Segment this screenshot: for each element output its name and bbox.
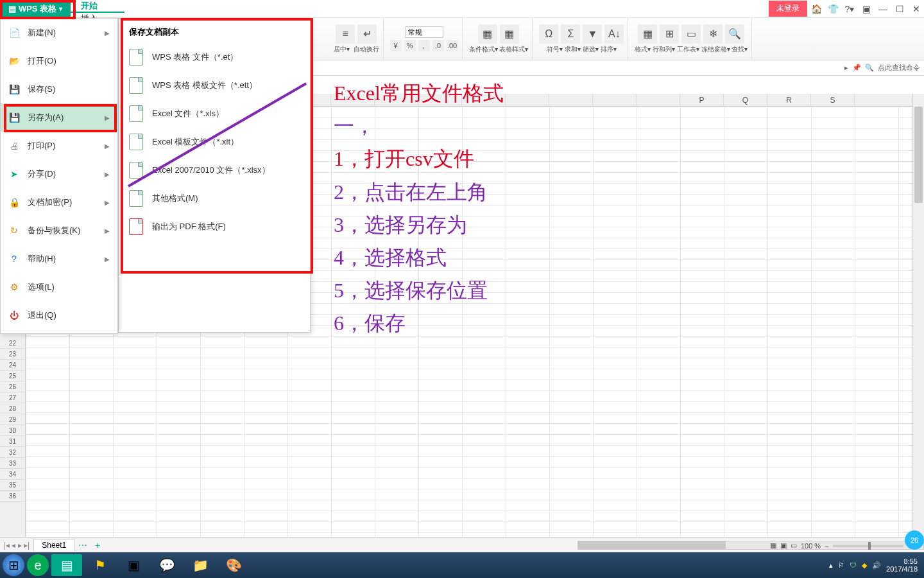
rowcol-icon[interactable]: ⊞	[660, 24, 679, 44]
row-header[interactable]: 32	[0, 447, 25, 458]
table-style-icon[interactable]: ▦	[500, 24, 519, 44]
col-header[interactable]: Q	[724, 94, 767, 106]
row-header[interactable]: 28	[0, 403, 25, 414]
minimize-icon[interactable]: —	[875, 1, 891, 17]
tab-开始[interactable]: 开始	[71, 0, 124, 13]
row-header[interactable]: 34	[0, 469, 25, 480]
zoom-out-button[interactable]: −	[825, 542, 828, 550]
scrollbar-thumb[interactable]	[914, 107, 923, 203]
col-header[interactable]	[506, 94, 549, 106]
pin-icon[interactable]: 📌	[852, 64, 861, 72]
clock-date[interactable]: 2017/4/18	[886, 565, 918, 573]
view-page-icon[interactable]: ▣	[780, 541, 787, 550]
app-menu-button[interactable]: ▤ WPS 表格 ▾	[0, 0, 71, 17]
clock-time[interactable]: 8:55	[886, 557, 918, 565]
freeze-icon[interactable]: ❄	[703, 24, 723, 44]
row-header[interactable]: 35	[0, 480, 25, 491]
file-menu-item[interactable]: 💾另存为(A)▶	[1, 103, 117, 132]
file-menu-item[interactable]: ➤分享(D)▶	[1, 160, 117, 188]
saveas-format-item[interactable]: 其他格式(M)	[119, 184, 310, 213]
sort-icon[interactable]: A↓	[604, 24, 624, 44]
view-custom-icon[interactable]: ▭	[791, 541, 797, 550]
row-header[interactable]: 27	[0, 392, 25, 403]
file-menu-item[interactable]: ⚙选项(L)	[1, 273, 117, 301]
percent-icon[interactable]: %	[404, 40, 416, 51]
taskbar-browser-icon[interactable]: e	[27, 554, 49, 576]
vertical-scrollbar[interactable]	[912, 94, 924, 537]
file-menu-item[interactable]: 🖨打印(P)▶	[1, 132, 117, 160]
find-command-input[interactable]: 点此查找命令	[878, 63, 920, 73]
taskbar-wechat-icon[interactable]: 💬	[151, 554, 182, 576]
row-header[interactable]: 25	[0, 371, 25, 381]
maximize-icon[interactable]: ☐	[892, 1, 907, 17]
row-header[interactable]: 23	[0, 349, 25, 360]
file-menu-item[interactable]: ⏻退出(Q)	[1, 301, 117, 329]
saveas-format-item[interactable]: 输出为 PDF 格式(F)	[119, 213, 310, 241]
row-header[interactable]: 24	[0, 360, 25, 371]
saveas-format-item[interactable]: Excel 2007/2010 文件（*.xlsx）	[119, 156, 310, 184]
sheet-options-icon[interactable]: ⋯	[74, 540, 91, 550]
row-header[interactable]: 33	[0, 458, 25, 469]
worksheet-icon[interactable]: ▭	[681, 24, 701, 44]
skin-icon[interactable]: 🏠	[809, 1, 824, 17]
sheet-tab[interactable]: Sheet1	[33, 539, 74, 551]
sheet-nav[interactable]: |◂ ◂ ▸ ▸|	[0, 541, 33, 550]
comma-icon[interactable]: ,	[418, 40, 430, 51]
saveas-format-item[interactable]: WPS 表格 模板文件（*.ett）	[119, 71, 310, 100]
file-menu-item[interactable]: ↻备份与恢复(K)▶	[1, 216, 117, 245]
row-header[interactable]: 26	[0, 381, 25, 392]
currency-icon[interactable]: ¥	[390, 40, 402, 51]
window-collapse-icon[interactable]: ▣	[859, 1, 874, 17]
col-header[interactable]	[637, 94, 680, 106]
taskbar-app1-icon[interactable]: ⚑	[85, 554, 116, 576]
notification-bubble[interactable]: 26	[905, 530, 924, 550]
login-chip[interactable]: 未登录	[769, 1, 807, 17]
tray-expand-icon[interactable]: ▴	[829, 561, 833, 570]
saveas-format-item[interactable]: Excel 文件（*.xls）	[119, 100, 310, 128]
help-icon[interactable]: ?▾	[842, 1, 857, 17]
col-header[interactable]: P	[680, 94, 724, 106]
col-header[interactable]: R	[767, 94, 811, 106]
saveas-format-item[interactable]: Excel 模板文件（*.xlt）	[119, 128, 310, 156]
zoom-slider[interactable]	[833, 545, 903, 547]
saveas-format-item[interactable]: WPS 表格 文件（*.et）	[119, 43, 310, 71]
filter-icon[interactable]: ▼	[583, 24, 602, 44]
taskbar-app2-icon[interactable]: ▣	[118, 554, 149, 576]
row-header[interactable]: 22	[0, 338, 25, 349]
number-format-select[interactable]	[405, 26, 443, 38]
col-header[interactable]	[593, 94, 637, 106]
add-sheet-button[interactable]: +	[91, 540, 104, 550]
dec-decimal-icon[interactable]: .00	[447, 40, 458, 51]
align-center-icon[interactable]: ≡	[336, 24, 355, 44]
file-menu-item[interactable]: 💾保存(S)	[1, 75, 117, 103]
conditional-format-icon[interactable]: ▦	[478, 24, 497, 44]
col-header[interactable]: S	[811, 94, 855, 106]
taskbar-wps-icon[interactable]: ▤	[51, 554, 82, 576]
tray-flag-icon[interactable]: ⚐	[838, 561, 844, 570]
symbol-icon[interactable]: Ω	[539, 24, 558, 44]
row-header[interactable]: 31	[0, 436, 25, 447]
row-header[interactable]: 29	[0, 414, 25, 425]
doc-save-icon[interactable]: ▸	[844, 64, 848, 72]
file-menu-item[interactable]: 📂打开(O)	[1, 47, 117, 75]
file-menu-item[interactable]: 📄新建(N)▶	[1, 19, 117, 47]
file-menu-item[interactable]: ?帮助(H)▶	[1, 245, 117, 273]
file-menu-item[interactable]: 🔒文档加密(P)▶	[1, 188, 117, 216]
start-button[interactable]: ⊞	[3, 554, 24, 576]
view-normal-icon[interactable]: ▦	[770, 541, 776, 550]
taskbar-explorer-icon[interactable]: 📁	[185, 554, 216, 576]
row-header[interactable]: 36	[0, 491, 25, 502]
tray-volume-icon[interactable]: 🔊	[872, 561, 881, 570]
tray-shield-icon[interactable]: 🛡	[850, 561, 857, 569]
tray-app-icon[interactable]: ◆	[862, 561, 867, 570]
autosum-icon[interactable]: Σ	[561, 24, 580, 44]
close-icon[interactable]: ✕	[909, 1, 924, 17]
scrollbar-thumb[interactable]	[578, 541, 726, 549]
wrap-text-icon[interactable]: ↵	[357, 24, 377, 44]
format-icon[interactable]: ▦	[638, 24, 657, 44]
find-icon[interactable]: 🔍	[725, 24, 744, 44]
row-header[interactable]: 30	[0, 425, 25, 436]
inc-decimal-icon[interactable]: .0	[432, 40, 444, 51]
taskbar-paint-icon[interactable]: 🎨	[218, 554, 249, 576]
col-header[interactable]	[549, 94, 593, 106]
